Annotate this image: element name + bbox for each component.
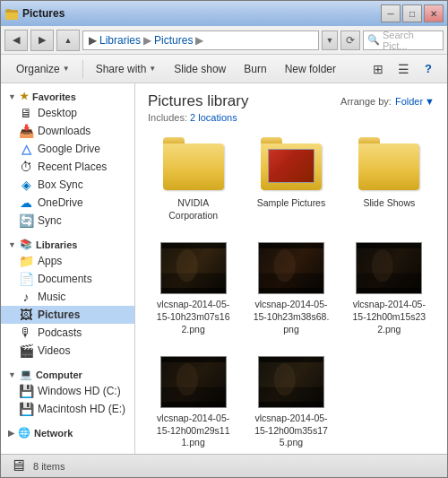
share-dropdown-arrow: ▼ <box>149 65 156 73</box>
sidebar-item-pictures[interactable]: 🖼 Pictures <box>1 306 134 324</box>
search-placeholder: Search Pict... <box>383 30 439 51</box>
file-thumbnail <box>357 140 421 194</box>
minimize-button[interactable]: ─ <box>381 4 401 22</box>
file-name: vlcsnap-2014-05-15-10h23m07s162.png <box>157 299 230 335</box>
slide-show-button[interactable]: Slide show <box>166 58 234 80</box>
folder-icon <box>358 143 419 190</box>
apps-icon: 📁 <box>19 254 33 268</box>
folder-icon <box>261 143 322 190</box>
main-area: ▼ ★ Favorites 🖥 Desktop 📥 Downloads △ Go… <box>1 83 447 454</box>
breadcrumb-libraries[interactable]: Libraries <box>99 34 141 47</box>
list-item[interactable]: vlcsnap-2014-05-15-12h00m15s232.png <box>344 237 435 340</box>
computer-header: ▼ 💻 Computer <box>1 365 134 382</box>
computer-collapse[interactable]: ▼ <box>8 370 16 379</box>
list-item[interactable]: Slide Shows <box>344 135 435 226</box>
arrange-value[interactable]: Folder ▼ <box>395 96 435 107</box>
content-header: Pictures library Includes: 2 locations A… <box>135 83 447 128</box>
arrange-by: Arrange by: Folder ▼ <box>340 96 435 107</box>
sidebar: ▼ ★ Favorites 🖥 Desktop 📥 Downloads △ Go… <box>1 83 135 454</box>
up-button[interactable]: ▲ <box>56 30 80 51</box>
sidebar-item-windows-hd[interactable]: 💾 Windows HD (C:) <box>1 382 134 400</box>
sidebar-item-podcasts[interactable]: 🎙 Podcasts <box>1 324 134 342</box>
forward-button[interactable]: ▶ <box>30 30 54 51</box>
toolbar-divider-1 <box>82 60 83 78</box>
image-canvas-5 <box>258 356 324 408</box>
locations-link[interactable]: 2 locations <box>190 112 237 123</box>
file-grid: NVIDIACorporation Sample Pictures <box>135 128 447 454</box>
back-button[interactable]: ◀ <box>4 30 28 51</box>
maximize-button[interactable]: □ <box>402 4 422 22</box>
sidebar-item-desktop[interactable]: 🖥 Desktop <box>1 104 134 122</box>
folder-icon <box>163 143 224 190</box>
sidebar-item-sync[interactable]: 🔄 Sync <box>1 212 134 230</box>
sidebar-item-apps[interactable]: 📁 Apps <box>1 252 134 270</box>
list-item[interactable]: NVIDIACorporation <box>148 135 238 226</box>
breadcrumb-root: ▶ <box>89 34 97 47</box>
pictures-icon: 🖼 <box>19 308 33 322</box>
sidebar-item-macintosh-hd[interactable]: 💾 Macintosh HD (E:) <box>1 400 134 418</box>
breadcrumb-pictures[interactable]: Pictures <box>154 34 193 47</box>
image-canvas-4 <box>160 356 227 408</box>
file-thumbnail <box>357 241 421 295</box>
image-canvas-3 <box>356 242 422 294</box>
file-name: NVIDIACorporation <box>168 197 218 222</box>
arrange-dropdown-arrow: ▼ <box>425 96 435 107</box>
library-subtitle: Includes: 2 locations <box>148 112 248 123</box>
new-folder-button[interactable]: New folder <box>277 58 344 80</box>
view-list-button[interactable]: ☰ <box>392 58 415 80</box>
window-controls: ─ □ ✕ <box>381 4 444 22</box>
view-icon-button[interactable]: ⊞ <box>366 58 390 80</box>
sidebar-item-music[interactable]: ♪ Music <box>1 288 134 306</box>
toolbar: Organize ▼ Share with ▼ Slide show Burn … <box>1 55 447 83</box>
downloads-icon: 📥 <box>19 124 33 138</box>
favorites-collapse[interactable]: ▼ <box>8 92 16 101</box>
libraries-collapse[interactable]: ▼ <box>8 240 16 249</box>
help-button[interactable]: ? <box>417 58 440 80</box>
file-name: vlcsnap-2014-05-15-12h00m35s175.png <box>254 413 328 449</box>
file-thumbnail <box>161 140 226 194</box>
share-with-button[interactable]: Share with ▼ <box>88 58 165 80</box>
sidebar-item-google-drive[interactable]: △ Google Drive <box>1 140 134 158</box>
favorites-section: ▼ ★ Favorites 🖥 Desktop 📥 Downloads △ Go… <box>1 87 134 230</box>
file-name: vlcsnap-2014-05-15-12h00m29s111.png <box>157 413 230 449</box>
file-thumbnail <box>259 241 323 295</box>
list-item[interactable]: vlcsnap-2014-05-15-12h00m35s175.png <box>246 351 336 454</box>
address-dropdown[interactable]: ▼ <box>322 30 338 50</box>
refresh-button[interactable]: ⟳ <box>340 30 360 50</box>
recent-places-icon: ⏱ <box>19 160 33 174</box>
svg-rect-1 <box>5 13 18 20</box>
sidebar-item-downloads[interactable]: 📥 Downloads <box>1 122 134 140</box>
podcasts-icon: 🎙 <box>19 326 33 340</box>
list-item[interactable]: Sample Pictures <box>246 135 336 226</box>
library-title: Pictures library <box>148 92 248 110</box>
address-box[interactable]: ▶ Libraries ▶ Pictures ▶ <box>82 30 319 50</box>
file-thumbnail <box>259 140 323 194</box>
list-item[interactable]: vlcsnap-2014-05-15-10h23m07s162.png <box>148 237 238 340</box>
google-drive-icon: △ <box>19 142 33 156</box>
sidebar-item-videos[interactable]: 🎬 Videos <box>1 342 134 360</box>
window-title: Pictures <box>22 7 381 20</box>
close-button[interactable]: ✕ <box>424 4 444 22</box>
network-section: ▶ 🌐 Network <box>1 423 134 440</box>
file-thumbnail <box>161 355 226 409</box>
organize-button[interactable]: Organize ▼ <box>8 58 78 80</box>
file-thumbnail <box>259 355 323 409</box>
library-title-area: Pictures library Includes: 2 locations <box>148 92 248 123</box>
file-name: Slide Shows <box>363 197 415 210</box>
videos-icon: 🎬 <box>19 343 33 358</box>
sidebar-item-box-sync[interactable]: ◈ Box Sync <box>1 176 134 194</box>
list-item[interactable]: vlcsnap-2014-05-15-10h23m38s68.png <box>246 237 336 340</box>
organize-dropdown-arrow: ▼ <box>63 65 70 73</box>
sidebar-item-recent-places[interactable]: ⏱ Recent Places <box>1 158 134 176</box>
status-text: 8 items <box>33 461 65 472</box>
burn-button[interactable]: Burn <box>236 58 274 80</box>
list-item[interactable]: vlcsnap-2014-05-15-12h00m29s111.png <box>148 351 238 454</box>
sync-icon: 🔄 <box>19 213 33 228</box>
file-name: vlcsnap-2014-05-15-10h23m38s68.png <box>254 299 330 335</box>
sidebar-item-documents[interactable]: 📄 Documents <box>1 270 134 288</box>
network-collapse[interactable]: ▶ <box>8 429 14 438</box>
libraries-header: ▼ 📚 Libraries <box>1 235 134 252</box>
file-thumbnail <box>161 241 226 295</box>
sidebar-item-onedrive[interactable]: ☁ OneDrive <box>1 194 134 212</box>
search-box[interactable]: 🔍 Search Pict... <box>363 30 444 50</box>
